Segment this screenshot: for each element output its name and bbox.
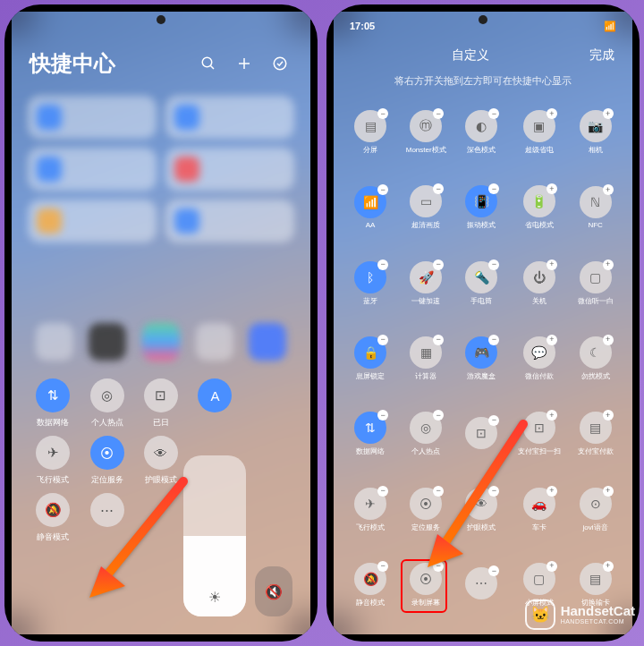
brightness-icon: ☀ — [208, 589, 221, 606]
toggle-icon: A — [198, 378, 232, 412]
toggle-item[interactable]: 💬+微信付款 — [513, 323, 565, 395]
toggle-item[interactable]: ⓜ−Monster模式 — [400, 97, 452, 168]
remove-badge-icon[interactable]: − — [433, 335, 444, 345]
toggle-item[interactable]: ▣+超级省电 — [513, 97, 565, 168]
app-icon[interactable] — [196, 323, 233, 361]
phone-left: 快捷中心 ⇅数据网络◎个人热点⊡已日A✈飞行模式⦿ — [4, 4, 318, 642]
toggle-item[interactable]: ▤+支付宝付款 — [569, 398, 622, 470]
toggle-item[interactable]: 🚀−一键加速 — [400, 248, 452, 319]
remove-badge-icon[interactable]: − — [488, 335, 499, 345]
add-badge-icon[interactable]: + — [603, 184, 614, 195]
add-badge-icon[interactable]: + — [603, 335, 614, 345]
remove-badge-icon[interactable]: − — [488, 108, 499, 119]
toggle-item[interactable]: 🔦−手电筒 — [455, 248, 507, 319]
toggle-icon: ✈− — [354, 488, 386, 520]
toggle-item[interactable]: ▭−超清画质 — [400, 172, 452, 243]
remove-badge-icon[interactable]: − — [377, 561, 388, 572]
add-badge-icon[interactable]: + — [547, 183, 557, 194]
status-time: 17:05 — [350, 21, 375, 31]
app-icon[interactable] — [142, 323, 180, 361]
add-badge-icon[interactable]: + — [547, 335, 557, 345]
add-badge-icon[interactable]: + — [547, 108, 557, 119]
add-badge-icon[interactable]: + — [547, 410, 557, 421]
toggle-label: 相机 — [589, 145, 603, 155]
quick-toggle[interactable]: A — [191, 378, 238, 429]
app-icon[interactable] — [36, 323, 73, 361]
quick-toggle[interactable]: ⊡已日 — [138, 378, 184, 429]
toggle-icon: ☾+ — [580, 336, 612, 369]
add-badge-icon[interactable]: + — [603, 486, 614, 497]
toggle-item[interactable]: ℕ+NFC — [569, 172, 622, 243]
toggle-icon: ▢+ — [580, 261, 612, 293]
remove-badge-icon[interactable]: − — [488, 183, 499, 194]
toggle-label: jovi语音 — [583, 523, 608, 532]
toggle-label: 车卡 — [532, 523, 547, 532]
toggle-label: 深色模式 — [467, 145, 496, 155]
toggle-label: 分屏 — [363, 145, 377, 155]
toggle-item[interactable]: ▢+微信听一白 — [569, 248, 622, 319]
toggle-item[interactable]: ◐−深色模式 — [455, 97, 507, 168]
add-badge-icon[interactable]: + — [547, 259, 557, 270]
add-badge-icon[interactable]: + — [603, 410, 614, 421]
toggle-item[interactable]: ⊙+jovi语音 — [569, 473, 622, 545]
mute-button[interactable]: 🔇 — [255, 566, 292, 616]
toggle-icon: ⏻+ — [523, 261, 555, 293]
app-icon[interactable] — [249, 323, 286, 361]
toggle-label: Monster模式 — [406, 145, 446, 155]
toggle-label: 超清画质 — [411, 220, 440, 230]
toggle-item[interactable]: ✈−飞行模式 — [344, 473, 396, 545]
watermark-subtitle: HANDSETCAT.COM — [561, 618, 635, 625]
remove-badge-icon[interactable]: − — [377, 108, 388, 119]
remove-badge-icon[interactable]: − — [433, 183, 444, 194]
toggle-item[interactable]: ⏻+关机 — [513, 248, 565, 319]
tile[interactable] — [28, 148, 157, 191]
toggle-item[interactable]: 📶−AA — [344, 172, 396, 243]
toggle-item[interactable]: 🔒−息屏锁定 — [344, 323, 396, 395]
add-badge-icon[interactable]: + — [547, 561, 557, 572]
toggle-icon: 📶− — [354, 186, 386, 218]
add-icon[interactable] — [232, 51, 257, 76]
tile[interactable] — [165, 200, 294, 242]
remove-badge-icon[interactable]: − — [433, 259, 444, 270]
quick-toggle[interactable]: ◎个人热点 — [83, 378, 130, 429]
remove-badge-icon[interactable]: − — [377, 259, 388, 270]
toggle-item[interactable]: ᛒ−蓝牙 — [344, 248, 396, 319]
app-icon[interactable] — [89, 323, 126, 361]
toggle-icon: ▤− — [354, 110, 386, 142]
tile[interactable] — [28, 200, 157, 242]
toggle-label: 静音模式 — [356, 598, 385, 608]
toggle-icon: ▤+ — [580, 563, 612, 595]
toggle-item[interactable]: ▤−分屏 — [344, 97, 396, 168]
brightness-slider[interactable]: ☀ — [183, 455, 246, 616]
done-button[interactable]: 完成 — [589, 47, 614, 64]
annotation-arrow — [423, 420, 530, 575]
add-badge-icon[interactable]: + — [603, 561, 614, 572]
toggle-item[interactable]: ⇅−数据网络 — [344, 398, 396, 470]
toggle-label: 关机 — [532, 296, 547, 306]
remove-badge-icon[interactable]: − — [488, 259, 499, 270]
tile[interactable] — [28, 96, 157, 139]
toggle-icon: 🔒− — [354, 336, 386, 369]
add-badge-icon[interactable]: + — [547, 486, 557, 497]
remove-badge-icon[interactable]: − — [377, 486, 388, 497]
remove-badge-icon[interactable]: − — [433, 108, 444, 119]
toggle-item[interactable]: 📳−振动模式 — [455, 172, 507, 243]
toggle-label: 超级省电 — [525, 145, 554, 155]
search-icon[interactable] — [196, 51, 221, 76]
toggle-item[interactable]: 📷+相机 — [569, 97, 622, 168]
remove-badge-icon[interactable]: − — [377, 184, 388, 195]
toggle-item[interactable]: ▦−计算器 — [400, 323, 452, 395]
toggle-item[interactable]: ☾+勿扰模式 — [569, 323, 622, 395]
quick-toggle[interactable]: ⇅数据网络 — [30, 378, 76, 429]
tile[interactable] — [165, 148, 294, 191]
add-badge-icon[interactable]: + — [603, 108, 614, 119]
signal-icon: 📶 — [604, 21, 616, 32]
check-icon[interactable] — [267, 51, 292, 76]
toggle-item[interactable]: 🔋+省电模式 — [513, 172, 565, 243]
tile[interactable] — [165, 96, 294, 139]
toggle-item[interactable]: 🔕−静音模式 — [344, 549, 396, 621]
remove-badge-icon[interactable]: − — [377, 410, 388, 421]
add-badge-icon[interactable]: + — [603, 259, 614, 270]
remove-badge-icon[interactable]: − — [377, 335, 388, 345]
toggle-item[interactable]: 🎮−游戏魔盒 — [455, 323, 507, 395]
